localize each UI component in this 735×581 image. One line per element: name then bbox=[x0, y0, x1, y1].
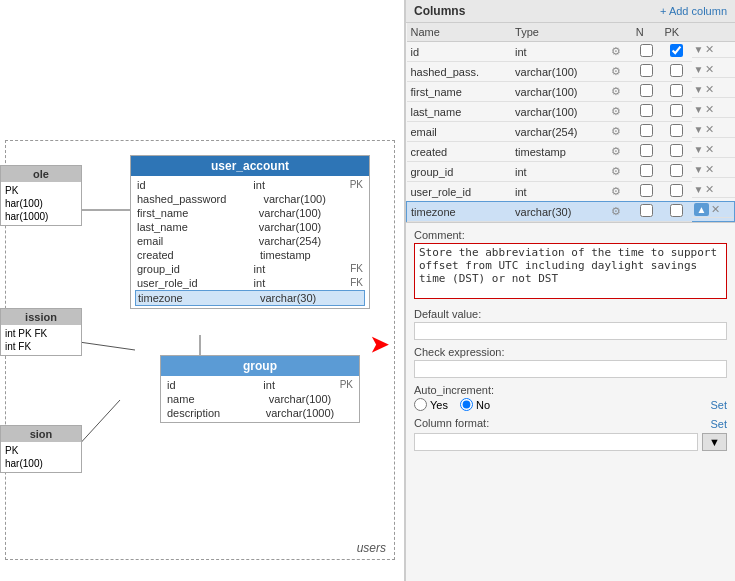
columns-table-row[interactable]: hashed_pass.varchar(100)⚙▼✕ bbox=[407, 62, 735, 82]
col-n-checkbox[interactable] bbox=[640, 64, 653, 77]
col-pk-checkbox[interactable] bbox=[670, 44, 683, 57]
gear-icon[interactable]: ⚙ bbox=[611, 145, 621, 157]
columns-table-row[interactable]: group_idint⚙▼✕ bbox=[407, 162, 735, 182]
col-gear-cell[interactable]: ⚙ bbox=[607, 42, 632, 62]
col-pk-checkbox[interactable] bbox=[670, 164, 683, 177]
column-format-dropdown[interactable]: ▼ bbox=[702, 433, 727, 451]
col-actions-cell[interactable]: ▼✕ bbox=[692, 42, 735, 58]
col-n-cell[interactable] bbox=[632, 142, 661, 162]
col-gear-cell[interactable]: ⚙ bbox=[607, 62, 632, 82]
col-delete-button[interactable]: ✕ bbox=[705, 103, 714, 116]
gear-icon[interactable]: ⚙ bbox=[611, 205, 621, 217]
columns-table-row[interactable]: user_role_idint⚙▼✕ bbox=[407, 182, 735, 202]
col-actions-cell[interactable]: ▼✕ bbox=[692, 82, 735, 98]
col-n-cell[interactable] bbox=[632, 182, 661, 202]
col-n-cell[interactable] bbox=[632, 202, 661, 222]
col-up-button[interactable]: ▲ bbox=[694, 203, 710, 216]
col-gear-cell[interactable]: ⚙ bbox=[607, 202, 632, 222]
col-arrow-icon[interactable]: ▼ bbox=[694, 84, 704, 95]
table-row[interactable]: user_role_idintFK bbox=[135, 276, 365, 290]
col-n-checkbox[interactable] bbox=[640, 144, 653, 157]
col-gear-cell[interactable]: ⚙ bbox=[607, 142, 632, 162]
comment-textarea[interactable] bbox=[414, 243, 727, 299]
auto-no-label[interactable]: No bbox=[460, 398, 490, 411]
col-n-checkbox[interactable] bbox=[640, 164, 653, 177]
columns-table-row[interactable]: idint⚙▼✕ bbox=[407, 42, 735, 62]
col-gear-cell[interactable]: ⚙ bbox=[607, 162, 632, 182]
col-actions-cell[interactable]: ▼✕ bbox=[692, 62, 735, 78]
col-delete-button[interactable]: ✕ bbox=[711, 203, 720, 216]
col-n-cell[interactable] bbox=[632, 42, 661, 62]
col-actions-cell[interactable]: ▼✕ bbox=[692, 162, 735, 178]
col-actions-cell[interactable]: ▼✕ bbox=[692, 182, 735, 198]
col-pk-checkbox[interactable] bbox=[670, 124, 683, 137]
col-pk-cell[interactable] bbox=[661, 82, 692, 102]
col-n-checkbox[interactable] bbox=[640, 44, 653, 57]
default-input[interactable] bbox=[414, 322, 727, 340]
col-arrow-icon[interactable]: ▼ bbox=[694, 164, 704, 175]
col-delete-button[interactable]: ✕ bbox=[705, 163, 714, 176]
col-gear-cell[interactable]: ⚙ bbox=[607, 82, 632, 102]
table-row[interactable]: emailvarchar(254) bbox=[135, 234, 365, 248]
col-actions-cell[interactable]: ▼✕ bbox=[692, 122, 735, 138]
gear-icon[interactable]: ⚙ bbox=[611, 85, 621, 97]
col-arrow-icon[interactable]: ▼ bbox=[694, 124, 704, 135]
col-n-cell[interactable] bbox=[632, 102, 661, 122]
table-row[interactable]: createdtimestamp bbox=[135, 248, 365, 262]
col-arrow-icon[interactable]: ▼ bbox=[694, 44, 704, 55]
col-pk-checkbox[interactable] bbox=[670, 64, 683, 77]
col-n-checkbox[interactable] bbox=[640, 184, 653, 197]
group-table[interactable]: group idintPK namevarchar(100) descripti… bbox=[160, 355, 360, 423]
col-pk-cell[interactable] bbox=[661, 142, 692, 162]
auto-increment-set[interactable]: Set bbox=[710, 399, 727, 411]
table-row[interactable]: idintPK bbox=[135, 178, 365, 192]
gear-icon[interactable]: ⚙ bbox=[611, 165, 621, 177]
column-format-set[interactable]: Set bbox=[710, 418, 727, 430]
columns-table-row[interactable]: first_namevarchar(100)⚙▼✕ bbox=[407, 82, 735, 102]
col-pk-checkbox[interactable] bbox=[670, 204, 683, 217]
col-pk-cell[interactable] bbox=[661, 162, 692, 182]
gear-icon[interactable]: ⚙ bbox=[611, 185, 621, 197]
columns-table-container[interactable]: Name Type N PK idint⚙▼✕hashed_pass.varch… bbox=[406, 23, 735, 223]
gear-icon[interactable]: ⚙ bbox=[611, 125, 621, 137]
col-actions-cell[interactable]: ▼✕ bbox=[692, 102, 735, 118]
col-n-checkbox[interactable] bbox=[640, 104, 653, 117]
columns-table-row[interactable]: createdtimestamp⚙▼✕ bbox=[407, 142, 735, 162]
col-n-checkbox[interactable] bbox=[640, 124, 653, 137]
col-delete-button[interactable]: ✕ bbox=[705, 63, 714, 76]
table-row[interactable]: last_namevarchar(100) bbox=[135, 220, 365, 234]
col-actions-cell[interactable]: ▲✕ bbox=[692, 202, 734, 218]
auto-no-radio[interactable] bbox=[460, 398, 473, 411]
col-gear-cell[interactable]: ⚙ bbox=[607, 122, 632, 142]
col-pk-cell[interactable] bbox=[661, 102, 692, 122]
gear-icon[interactable]: ⚙ bbox=[611, 65, 621, 77]
col-gear-cell[interactable]: ⚙ bbox=[607, 102, 632, 122]
col-arrow-icon[interactable]: ▼ bbox=[694, 144, 704, 155]
add-column-link[interactable]: + Add column bbox=[660, 5, 727, 17]
columns-table-row[interactable]: timezonevarchar(30)⚙▲✕ bbox=[407, 202, 735, 222]
check-input[interactable] bbox=[414, 360, 727, 378]
col-gear-cell[interactable]: ⚙ bbox=[607, 182, 632, 202]
table-row[interactable]: hashed_passwordvarchar(100) bbox=[135, 192, 365, 206]
col-n-cell[interactable] bbox=[632, 82, 661, 102]
col-n-checkbox[interactable] bbox=[640, 204, 653, 217]
col-delete-button[interactable]: ✕ bbox=[705, 183, 714, 196]
col-delete-button[interactable]: ✕ bbox=[705, 43, 714, 56]
col-pk-cell[interactable] bbox=[661, 202, 692, 222]
col-arrow-icon[interactable]: ▼ bbox=[694, 184, 704, 195]
col-delete-button[interactable]: ✕ bbox=[705, 123, 714, 136]
col-pk-checkbox[interactable] bbox=[670, 104, 683, 117]
auto-yes-radio[interactable] bbox=[414, 398, 427, 411]
col-pk-cell[interactable] bbox=[661, 182, 692, 202]
col-pk-checkbox[interactable] bbox=[670, 144, 683, 157]
gear-icon[interactable]: ⚙ bbox=[611, 45, 621, 57]
columns-table-row[interactable]: emailvarchar(254)⚙▼✕ bbox=[407, 122, 735, 142]
auto-yes-label[interactable]: Yes bbox=[414, 398, 448, 411]
col-pk-cell[interactable] bbox=[661, 62, 692, 82]
column-format-input[interactable] bbox=[414, 433, 698, 451]
col-n-cell[interactable] bbox=[632, 62, 661, 82]
col-actions-cell[interactable]: ▼✕ bbox=[692, 142, 735, 158]
col-delete-button[interactable]: ✕ bbox=[705, 143, 714, 156]
table-row[interactable]: group_idintFK bbox=[135, 262, 365, 276]
table-row[interactable]: descriptionvarchar(1000) bbox=[165, 406, 355, 420]
